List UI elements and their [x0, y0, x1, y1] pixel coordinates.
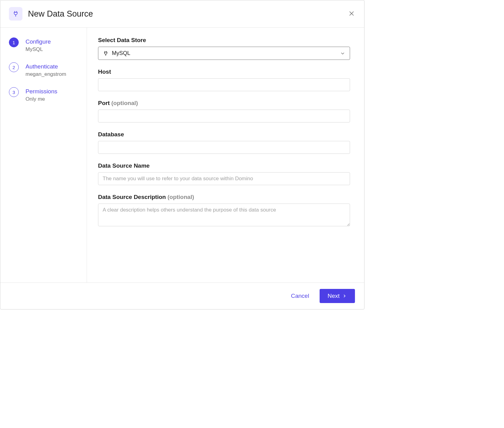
field-label: Select Data Store [98, 37, 350, 44]
field-label: Data Source Name [98, 162, 350, 169]
next-button[interactable]: Next [320, 289, 355, 303]
form-panel: Select Data Store MySQL Host Port (optio… [87, 28, 364, 282]
step-marker: 3 [9, 87, 19, 97]
dialog-footer: Cancel Next [0, 282, 364, 309]
field-label: Data Source Description (optional) [98, 194, 350, 200]
chevron-right-icon [342, 294, 347, 298]
cancel-button[interactable]: Cancel [289, 290, 311, 302]
close-icon [348, 13, 355, 18]
next-button-label: Next [328, 293, 340, 299]
field-label: Port (optional) [98, 100, 350, 107]
step-marker: 1 [9, 37, 19, 47]
step-subtitle: megan_engstrom [26, 71, 66, 77]
data-store-select[interactable]: MySQL [98, 47, 350, 60]
step-marker: 2 [9, 62, 19, 72]
dialog-title: New Data Source [28, 9, 93, 19]
step-permissions[interactable]: 3 Permissions Only me [9, 87, 81, 102]
field-host: Host [98, 68, 350, 91]
field-select-data-store: Select Data Store MySQL [98, 37, 350, 60]
database-input[interactable] [98, 141, 350, 154]
optional-tag: (optional) [111, 100, 138, 106]
field-label: Host [98, 68, 350, 75]
field-data-source-name: Data Source Name [98, 162, 350, 185]
field-data-source-description: Data Source Description (optional) [98, 194, 350, 228]
chevron-down-icon [340, 51, 345, 56]
step-title: Authenticate [26, 63, 66, 70]
plug-icon [9, 7, 22, 21]
data-source-name-input[interactable] [98, 172, 350, 185]
port-input[interactable] [98, 110, 350, 123]
close-button[interactable] [348, 10, 356, 18]
dialog-body: 1 Configure MySQL 2 Authenticate megan_e… [0, 28, 364, 282]
field-database: Database [98, 131, 350, 154]
step-subtitle: MySQL [26, 46, 51, 53]
field-port: Port (optional) [98, 100, 350, 123]
data-source-description-input[interactable] [98, 204, 350, 226]
host-input[interactable] [98, 78, 350, 91]
step-title: Permissions [26, 88, 57, 95]
step-title: Configure [26, 38, 51, 45]
steps-sidebar: 1 Configure MySQL 2 Authenticate megan_e… [0, 28, 87, 282]
step-configure[interactable]: 1 Configure MySQL [9, 37, 81, 53]
step-authenticate[interactable]: 2 Authenticate megan_engstrom [9, 62, 81, 77]
field-label: Database [98, 131, 350, 138]
optional-tag: (optional) [167, 194, 194, 200]
dialog-header: New Data Source [0, 0, 364, 28]
step-subtitle: Only me [26, 96, 57, 102]
selected-value: MySQL [112, 50, 340, 56]
plug-icon [103, 50, 109, 56]
